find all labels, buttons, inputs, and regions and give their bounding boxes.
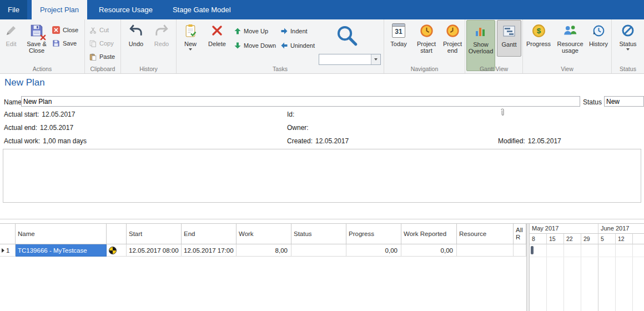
cell-resource[interactable] — [457, 244, 514, 257]
move-up-arrow-icon — [234, 28, 241, 34]
edit-button[interactable]: Edit — [1, 22, 21, 47]
search-combobox[interactable] — [319, 54, 381, 65]
gantt-toggle[interactable]: Gantt — [497, 20, 521, 57]
search-combo-dropdown-button[interactable] — [371, 54, 380, 64]
ribbon-group-tasks: New Delete Move Up Move Down — [177, 19, 384, 73]
column-header-resource[interactable]: Resource — [457, 224, 514, 244]
save-button[interactable]: Save — [52, 38, 77, 48]
actual-work-value: 1,00 man days — [43, 137, 87, 145]
ribbon-group-view: $ Progress Resource usage History View — [523, 19, 612, 73]
redo-button[interactable]: Redo — [150, 22, 173, 47]
search-input[interactable] — [319, 54, 371, 64]
cell-icon[interactable] — [107, 244, 127, 257]
ribbon-group-clipboard: Cut Copy Paste Clipboard — [85, 19, 121, 73]
created-row: Created:12.05.2017 — [287, 137, 349, 145]
column-header-name[interactable]: Name — [16, 224, 107, 244]
cell-all-resources[interactable] — [514, 244, 526, 257]
close-button[interactable]: Close — [52, 25, 78, 35]
actual-start-row: Actual start:12.05.2017 — [4, 111, 75, 118]
cell-progress[interactable]: 0,00 — [346, 244, 401, 257]
today-button[interactable]: 31 Today — [386, 22, 411, 47]
column-header-status[interactable]: Status — [291, 224, 346, 244]
row-indicator-cell[interactable]: 1 — [0, 244, 16, 257]
column-header-icon[interactable] — [107, 224, 127, 244]
project-start-label: Project start — [413, 41, 440, 54]
timeline-week-15: 15 — [547, 234, 564, 244]
group-label-history: History — [121, 66, 176, 72]
horizontal-splitter[interactable] — [0, 219, 644, 219]
row-number: 1 — [6, 247, 9, 254]
name-input[interactable] — [21, 96, 580, 107]
save-and-close-button[interactable]: Save & Close — [23, 22, 50, 54]
show-overload-toggle[interactable]: Show Overload — [466, 20, 495, 71]
unindent-arrow-icon — [281, 42, 288, 49]
unindent-label: Unindent — [290, 42, 315, 49]
tab-project-plan[interactable]: Project Plan — [32, 0, 87, 19]
new-task-icon — [184, 22, 198, 39]
gantt-label: Gantt — [502, 41, 517, 48]
copy-button[interactable]: Copy — [89, 38, 114, 48]
paste-button[interactable]: Paste — [89, 52, 115, 62]
status-field-label: Status — [583, 98, 602, 106]
column-header-work-reported[interactable]: Work Reported — [401, 224, 457, 244]
history-view-button[interactable]: History — [586, 22, 611, 47]
unindent-button[interactable]: Unindent — [281, 41, 315, 51]
ribbon-group-gantt-view: Show Overload Gantt Gantt View — [465, 19, 523, 73]
search-icon[interactable] — [335, 24, 359, 47]
timeline-gridline — [615, 244, 616, 311]
cell-status[interactable] — [291, 244, 346, 257]
move-up-button[interactable]: Move Up — [234, 26, 268, 36]
project-end-label: Project end — [441, 41, 464, 54]
svg-text:$: $ — [536, 27, 541, 35]
status-button[interactable]: Status — [614, 22, 642, 51]
tab-file[interactable]: File — [0, 0, 27, 19]
progress-button[interactable]: $ Progress — [524, 22, 553, 47]
status-input[interactable] — [604, 96, 644, 107]
cell-end[interactable]: 12.05.2017 17:00 — [182, 244, 237, 257]
project-start-button[interactable]: Project start — [413, 22, 440, 54]
show-overload-label: Show Overload — [467, 41, 495, 54]
actual-work-row: Actual work:1,00 man days — [4, 137, 87, 145]
edit-label: Edit — [6, 41, 17, 47]
tab-stage-gate-model[interactable]: Stage Gate Model — [164, 0, 239, 19]
timeline-week-8: 8 — [530, 234, 547, 244]
timeline-week-29: 29 — [581, 234, 598, 244]
project-start-clock-icon — [420, 22, 434, 39]
calendar-31-icon: 31 — [392, 22, 405, 39]
paperclip-icon[interactable] — [500, 108, 505, 117]
page-title: New Plan — [4, 77, 45, 88]
cell-work-reported[interactable]: 0,00 — [401, 244, 457, 257]
indent-button[interactable]: Indent — [281, 26, 308, 36]
column-header-start[interactable]: Start — [127, 224, 182, 244]
cut-button[interactable]: Cut — [89, 25, 109, 35]
column-header-progress[interactable]: Progress — [346, 224, 401, 244]
cell-name[interactable]: TC139666 - MyTestcase — [16, 244, 107, 257]
column-header-work[interactable]: Work — [237, 224, 291, 244]
resource-usage-button[interactable]: Resource usage — [555, 22, 586, 54]
delete-task-button[interactable]: Delete — [204, 22, 230, 47]
actual-work-label: Actual work: — [4, 137, 40, 145]
timeline-week-22: 22 — [564, 234, 581, 244]
testcase-dummy-icon — [109, 247, 117, 254]
gantt-task-marker[interactable] — [531, 246, 534, 254]
actual-start-value: 12.05.2017 — [42, 111, 75, 118]
edit-pencil-icon — [4, 22, 18, 39]
modified-label: Modified: — [498, 137, 525, 145]
project-end-clock-icon — [446, 22, 460, 39]
timeline-week-12: 12 — [616, 234, 633, 244]
actual-end-label: Actual end: — [4, 124, 37, 132]
history-clock-icon — [592, 22, 606, 39]
new-task-button[interactable]: New — [180, 22, 201, 51]
cell-work[interactable]: 8,00 — [237, 244, 291, 257]
cell-start[interactable]: 12.05.2017 08:00 — [127, 244, 182, 257]
ribbon-tabbar: File Project Plan Resource Usage Stage G… — [0, 0, 644, 19]
project-end-button[interactable]: Project end — [441, 22, 464, 54]
actual-start-label: Actual start: — [4, 111, 39, 118]
undo-button[interactable]: Undo — [124, 22, 148, 47]
delete-x-icon — [210, 22, 224, 39]
column-header-end[interactable]: End — [182, 224, 237, 244]
description-textarea[interactable] — [3, 149, 641, 203]
column-header-all-resources[interactable]: All R — [514, 224, 526, 244]
tab-resource-usage[interactable]: Resource Usage — [90, 0, 161, 19]
move-down-button[interactable]: Move Down — [234, 41, 276, 51]
